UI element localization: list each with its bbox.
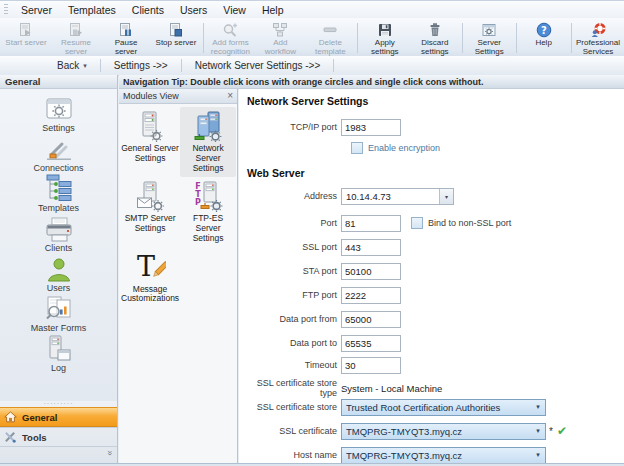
address-label: Address	[239, 191, 337, 201]
sidebar-item-users[interactable]: Users	[0, 255, 117, 295]
module-smtp-server-settings[interactable]: SMTP Server Settings	[120, 177, 180, 247]
delete-template-button[interactable]: Delete template	[305, 19, 355, 57]
pause-server-button[interactable]: Pause server	[101, 19, 151, 57]
module-network-server-settings[interactable]: Network Server Settings	[180, 107, 236, 177]
menu-clients[interactable]: Clients	[124, 3, 172, 17]
address-combo[interactable]: 10.14.4.73 ▾	[341, 188, 454, 205]
close-icon[interactable]: ×	[227, 91, 233, 101]
resume-server-button[interactable]: Resume server	[51, 19, 101, 57]
ssl-store-value: Trusted Root Certification Authorities	[342, 402, 531, 413]
sidebar-item-connections[interactable]: Connections	[0, 135, 117, 175]
ftp-port-row: FTP port	[239, 286, 401, 304]
host-name-combo-arrow-icon[interactable]: ▾	[531, 451, 545, 459]
address-combo-arrow-icon[interactable]: ▾	[439, 189, 453, 204]
ssl-port-input[interactable]	[341, 239, 401, 256]
start-server-button[interactable]: Start server	[1, 19, 51, 57]
enable-encryption-label: Enable encryption	[368, 143, 440, 153]
module-message-customizations[interactable]: T Message Customizations	[120, 248, 180, 309]
breadcrumb: Back ▾ Settings ->> Network Server Setti…	[0, 56, 624, 76]
ssl-store-combo[interactable]: Trusted Root Certification Authorities ▾	[341, 399, 546, 416]
ssl-store-type-value: System - Local Machine	[341, 383, 442, 394]
menu-help[interactable]: Help	[254, 3, 292, 17]
server-settings-button[interactable]: Server Settings	[464, 19, 514, 57]
sidebar-item-master-forms[interactable]: Master Forms	[0, 295, 117, 335]
add-workflow-icon	[272, 21, 288, 38]
message-customizations-icon: T	[134, 251, 166, 283]
apply-settings-button[interactable]: Apply settings	[360, 19, 410, 57]
port-label: Port	[239, 218, 337, 228]
data-port-from-input[interactable]	[341, 311, 401, 328]
ssl-certificate-row: SSL certificate TMQPRG-TMYQT3.myq.cz ▾ *…	[239, 422, 567, 440]
main-toolbar: Start server Resume server Pause server …	[0, 18, 624, 59]
toolbar-grip[interactable]	[4, 4, 8, 16]
ssl-store-row: SSL certificate store Trusted Root Certi…	[239, 398, 546, 416]
data-port-to-row: Data port to	[239, 334, 401, 352]
certificate-valid-check-icon: ✔	[557, 425, 567, 437]
apply-settings-icon	[377, 21, 393, 38]
section-title-network: Network Server Settings	[247, 95, 368, 107]
navigation-tip: Navigation Tip: Double click icons with …	[119, 75, 624, 89]
host-name-combo[interactable]: TMQPRG-TMYQT3.myq.cz ▾	[341, 447, 546, 464]
address-row: Address 10.14.4.73 ▾	[239, 187, 454, 205]
ssl-certificate-combo-arrow-icon[interactable]: ▾	[531, 427, 545, 435]
professional-services-icon	[590, 21, 607, 38]
menu-view[interactable]: View	[215, 3, 254, 17]
bind-non-ssl-label: Bind to non-SSL port	[428, 218, 511, 228]
stop-server-button[interactable]: Stop server	[151, 19, 201, 57]
sta-port-input[interactable]	[341, 263, 401, 280]
host-name-label: Host name	[239, 450, 337, 460]
left-panel-header: General	[0, 75, 118, 89]
add-forms-recognition-button[interactable]: Add forms recognition	[205, 19, 255, 57]
tcp-ip-port-input[interactable]	[341, 119, 401, 136]
ssl-certificate-combo[interactable]: TMQPRG-TMYQT3.myq.cz ▾	[341, 423, 546, 440]
address-value: 10.14.4.73	[342, 191, 439, 202]
module-ftp-es-server-settings[interactable]: FTP FTP-ES Server Settings	[180, 177, 236, 247]
tab-tools[interactable]: Tools	[0, 427, 117, 447]
host-name-value: TMQPRG-TMYQT3.myq.cz	[342, 450, 531, 461]
chevron-more-icon[interactable]: »	[104, 450, 114, 455]
ftp-port-input[interactable]	[341, 287, 401, 304]
tab-general[interactable]: General	[0, 407, 117, 427]
help-button[interactable]: ? Help	[519, 19, 569, 57]
back-button[interactable]: Back ▾	[44, 60, 100, 71]
breadcrumb-network-server-settings[interactable]: Network Server Settings ->>	[182, 60, 334, 71]
timeout-row: Timeout	[239, 356, 401, 374]
resume-server-icon	[68, 21, 84, 38]
discard-settings-icon	[427, 21, 443, 38]
delete-template-icon	[322, 21, 338, 38]
enable-encryption-checkbox[interactable]	[351, 142, 363, 154]
ssl-store-combo-arrow-icon[interactable]: ▾	[531, 403, 545, 411]
settings-icon	[45, 95, 73, 122]
smtp-server-icon	[135, 180, 165, 212]
menu-users[interactable]: Users	[172, 3, 215, 17]
stop-server-icon	[168, 21, 184, 38]
ssl-certificate-label: SSL certificate	[239, 426, 337, 436]
log-icon	[45, 335, 73, 362]
required-asterisk: *	[549, 426, 553, 437]
data-port-to-input[interactable]	[341, 335, 401, 352]
sidebar-item-clients[interactable]: Clients	[0, 215, 117, 255]
help-icon: ?	[536, 21, 552, 38]
ssl-port-row: SSL port	[239, 238, 401, 256]
sidebar-item-log[interactable]: Log	[0, 335, 117, 375]
ssl-store-type-row: SSL certificate store type System - Loca…	[239, 381, 442, 395]
sidebar-item-settings[interactable]: Settings	[0, 95, 117, 135]
port-input[interactable]	[341, 215, 401, 232]
add-workflow-button[interactable]: Add workflow	[255, 19, 305, 57]
enable-encryption-row: Enable encryption	[239, 142, 440, 154]
data-port-from-label: Data port from	[239, 314, 337, 324]
breadcrumb-settings[interactable]: Settings ->>	[101, 60, 181, 71]
bind-non-ssl-checkbox[interactable]	[411, 217, 423, 229]
menu-server[interactable]: Server	[13, 3, 60, 17]
sidebar-bottom: ········· General Tools »	[0, 401, 118, 463]
host-name-row: Host name TMQPRG-TMYQT3.myq.cz ▾	[239, 446, 546, 463]
discard-settings-button[interactable]: Discard settings	[410, 19, 460, 57]
menu-templates[interactable]: Templates	[60, 3, 124, 17]
connections-icon	[45, 135, 73, 162]
server-settings-icon	[481, 21, 497, 38]
professional-services-button[interactable]: Professional Services	[573, 19, 623, 57]
module-general-server-settings[interactable]: General Server Settings	[120, 107, 180, 177]
sidebar-item-templates[interactable]: Templates	[0, 175, 117, 215]
ssl-certificate-value: TMQPRG-TMYQT3.myq.cz	[342, 426, 531, 437]
timeout-input[interactable]	[341, 357, 401, 374]
